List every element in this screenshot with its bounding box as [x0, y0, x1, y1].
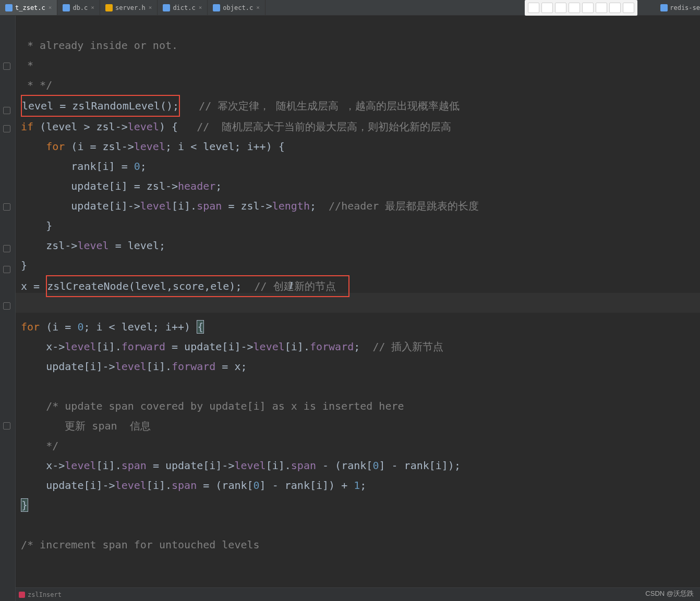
c-file-icon	[213, 4, 220, 11]
code-line: * */	[21, 79, 52, 91]
fold-icon[interactable]	[3, 302, 10, 310]
toolbar-button[interactable]	[582, 3, 594, 13]
function-icon	[19, 592, 25, 598]
comment: //header 最层都是跳表的长度	[329, 200, 479, 212]
comment: /* update span covered by update[i] as x…	[46, 400, 404, 412]
fold-icon[interactable]	[3, 125, 10, 132]
code-editor[interactable]: * already inside or not. * * */ level = …	[16, 16, 700, 555]
toolbar-button[interactable]	[555, 3, 566, 13]
tab-db[interactable]: db.c ×	[57, 0, 100, 15]
toolbar-button[interactable]	[596, 3, 607, 13]
tab-dict[interactable]: dict.c ×	[158, 0, 208, 15]
tab-label: t_zset.c	[15, 4, 45, 11]
tab-label: server.h	[115, 4, 146, 11]
comment: // 幂次定律， 随机生成层高 ，越高的层出现概率越低	[199, 100, 460, 112]
close-icon[interactable]: ×	[49, 4, 52, 11]
comment: 更新 span 信息	[46, 420, 150, 432]
toolbar-right	[525, 0, 637, 16]
close-icon[interactable]: ×	[149, 4, 152, 11]
tab-label: object.c	[223, 4, 253, 11]
fold-icon[interactable]	[3, 422, 10, 430]
toolbar-button[interactable]	[623, 3, 634, 13]
code-line: * already inside or not.	[21, 39, 178, 52]
tab-object[interactable]: object.c ×	[208, 0, 265, 15]
highlight-box-1: level = zslRandomLevel();	[21, 95, 180, 117]
fold-icon[interactable]	[3, 266, 10, 273]
keyword: for	[46, 140, 65, 153]
toolbar-button[interactable]	[569, 3, 580, 13]
fold-icon[interactable]	[3, 203, 10, 211]
watermark: CSDN @沃恁跌	[645, 589, 694, 598]
c-file-icon	[163, 4, 170, 11]
right-panel-file[interactable]: redis-se	[660, 0, 700, 16]
tab-label: dict.c	[173, 4, 195, 11]
toolbar-button[interactable]	[609, 3, 621, 13]
fold-icon[interactable]	[3, 107, 10, 114]
comment: // 插入新节点	[372, 340, 443, 353]
keyword: if	[21, 120, 33, 133]
close-icon[interactable]: ×	[256, 4, 260, 11]
toolbar-button[interactable]	[541, 3, 553, 13]
close-icon[interactable]: ×	[199, 4, 202, 11]
fold-icon[interactable]	[3, 63, 10, 70]
tab-tzset[interactable]: t_zset.c ×	[0, 0, 57, 15]
c-file-icon	[5, 4, 13, 11]
h-file-icon	[105, 4, 113, 11]
comment: // 随机层高大于当前的最大层高，则初始化新的层高	[197, 120, 451, 133]
text-cursor-icon: I	[289, 280, 293, 291]
fold-icon[interactable]	[3, 245, 10, 252]
breadcrumb[interactable]: zslInsert	[16, 587, 700, 601]
matched-brace: {	[197, 320, 204, 334]
code-line: *	[21, 59, 33, 71]
gutter	[0, 16, 16, 601]
tab-label: db.c	[73, 4, 88, 11]
c-file-icon	[63, 4, 70, 11]
highlight-box-2: zslCreateNode(level,score,ele); // 创建新的节…	[46, 275, 349, 297]
comment: /* increment span for untouched levels	[21, 538, 260, 551]
tab-server[interactable]: server.h ×	[100, 0, 158, 15]
toolbar-button[interactable]	[528, 3, 539, 13]
c-file-icon	[660, 4, 668, 11]
close-icon[interactable]: ×	[91, 4, 94, 11]
breadcrumb-label: zslInsert	[28, 591, 62, 598]
comment: */	[46, 439, 58, 452]
right-panel-label: redis-se	[670, 4, 700, 11]
keyword: for	[21, 321, 40, 333]
matched-brace: }	[21, 498, 28, 512]
